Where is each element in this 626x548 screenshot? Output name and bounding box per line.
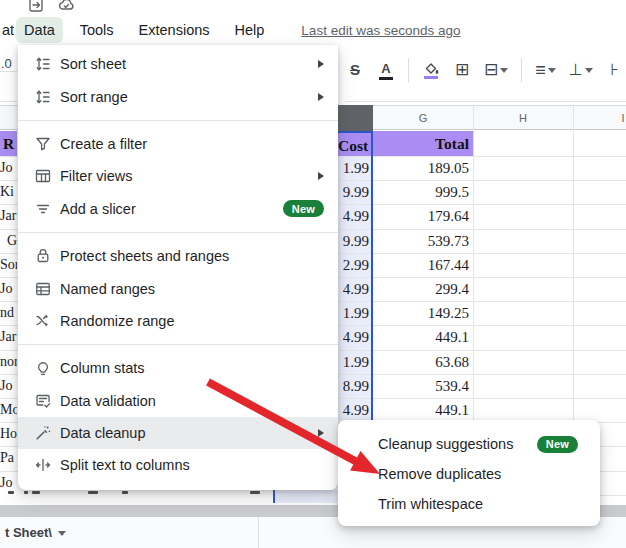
sort-icon: [34, 55, 52, 73]
cell-f[interactable]: 1.99: [338, 301, 371, 325]
cell-fragment: Jo: [0, 374, 17, 398]
fill-color-button[interactable]: [422, 62, 440, 79]
cell-g[interactable]: 149.25: [373, 301, 473, 325]
google-sheets-window: at Data Tools Extensions Help Last edit …: [0, 0, 626, 548]
cell-fragment: nor: [0, 350, 17, 374]
cell-g[interactable]: 449.1: [373, 398, 473, 422]
tab-bar-divider: [258, 517, 259, 548]
new-badge: New: [283, 200, 324, 217]
cell-f[interactable]: 1.99: [338, 350, 371, 374]
borders-button[interactable]: ⊞: [453, 61, 471, 79]
merge-cells-button[interactable]: ⊟: [484, 61, 508, 79]
menu-divider: [18, 120, 338, 121]
menu-item-data-cleanup[interactable]: Data cleanup: [18, 417, 338, 449]
cell-f[interactable]: 4.99: [338, 325, 371, 349]
menu-item-filter-views[interactable]: Filter views: [18, 160, 338, 192]
menubar-format-fragment[interactable]: at: [2, 22, 14, 38]
submenu-item-trim-whitespace[interactable]: Trim whitespace: [338, 489, 600, 519]
column-header-f-selected[interactable]: [338, 105, 373, 131]
new-badge: New: [537, 436, 578, 453]
menu-item-split-text[interactable]: Split text to columns: [18, 449, 338, 481]
submenu-item-cleanup-suggestions[interactable]: Cleanup suggestions New: [338, 429, 600, 459]
cell-g[interactable]: 179.64: [373, 204, 473, 228]
dropdown-caret-icon: [585, 68, 593, 73]
dropdown-caret-icon: [500, 68, 508, 73]
menu-item-randomize-range[interactable]: Randomize range: [18, 305, 338, 337]
paint-bucket-icon: [422, 62, 440, 75]
shuffle-icon: [34, 312, 52, 330]
menu-item-sort-range[interactable]: Sort range: [18, 80, 338, 112]
data-validation-icon: [34, 392, 52, 410]
menubar-help[interactable]: Help: [227, 17, 273, 43]
cell-fragment: nd: [0, 301, 17, 325]
cell-g[interactable]: 539.73: [373, 229, 473, 253]
toolbar-divider: [521, 58, 522, 82]
cell-f[interactable]: 4.99: [338, 398, 371, 422]
cell-fragment: Pa: [0, 446, 17, 470]
menu-item-data-validation[interactable]: Data validation: [18, 385, 338, 417]
cell-fragment: Jar: [0, 325, 17, 349]
move-to-folder-icon[interactable]: [28, 0, 44, 17]
cell-f[interactable]: 1.99: [338, 156, 371, 180]
sheet-tab-caret-icon[interactable]: [58, 531, 66, 536]
menu-item-add-slicer[interactable]: Add a slicer New: [18, 193, 338, 225]
toolbar-divider: [408, 58, 409, 82]
named-ranges-icon: [34, 280, 52, 298]
last-edit-link[interactable]: Last edit was seconds ago: [301, 23, 460, 38]
magic-wand-icon: [34, 424, 52, 442]
submenu-arrow-icon: [318, 429, 324, 437]
header-cell-fragment: R: [0, 131, 17, 156]
cell-f[interactable]: 2.99: [338, 253, 371, 277]
cell-fragment: Mo: [0, 398, 17, 422]
cell-g[interactable]: 999.5: [373, 180, 473, 204]
menu-divider: [18, 344, 338, 345]
menubar-tools[interactable]: Tools: [72, 17, 122, 43]
menu-item-create-filter[interactable]: Create a filter: [18, 128, 338, 160]
cell-f[interactable]: 8.99: [338, 374, 371, 398]
cell-fragment: Jar: [0, 204, 17, 228]
funnel-icon: [34, 135, 52, 153]
cell-g[interactable]: 299.4: [373, 277, 473, 301]
cell-f[interactable]: 4.99: [338, 277, 371, 301]
decimal-button-fragment[interactable]: .0: [1, 56, 12, 71]
text-color-button[interactable]: A: [377, 61, 395, 80]
vertical-align-button[interactable]: ⊥: [569, 61, 593, 79]
cell-f[interactable]: 9.99: [338, 180, 371, 204]
column-header-i[interactable]: I: [573, 105, 626, 130]
submenu-item-remove-duplicates[interactable]: Remove duplicates: [338, 459, 600, 489]
menu-divider: [18, 232, 338, 233]
submenu-arrow-icon: [318, 60, 324, 68]
submenu-arrow-icon: [318, 172, 324, 180]
cell-f[interactable]: 4.99: [338, 204, 371, 228]
menubar-data[interactable]: Data: [16, 17, 63, 43]
horizontal-align-button[interactable]: ≡: [535, 61, 556, 79]
header-cell-cost[interactable]: Cost: [338, 131, 372, 156]
dropdown-caret-icon: [548, 68, 556, 73]
menu-item-column-stats[interactable]: Column stats: [18, 352, 338, 384]
strikethrough-button[interactable]: S: [346, 61, 364, 79]
menu-bar: at Data Tools Extensions Help Last edit …: [2, 16, 460, 44]
cell-fragment: Hov: [0, 422, 17, 446]
slicer-icon: [34, 200, 52, 218]
submenu-arrow-icon: [318, 93, 324, 101]
column-header-g[interactable]: G: [373, 105, 473, 130]
cell-g[interactable]: 539.4: [373, 374, 473, 398]
text-wrap-button[interactable]: ⊦: [606, 61, 624, 79]
cloud-saved-icon[interactable]: [58, 0, 74, 17]
sheet-tab[interactable]: t Sheet\: [5, 517, 52, 548]
cell-fragment: Jo: [0, 277, 17, 301]
cell-g[interactable]: 63.68: [373, 350, 473, 374]
header-cell-total[interactable]: Total: [373, 131, 473, 156]
toolbar: S A ⊞ ⊟ ≡ ⊥ ⊦: [346, 52, 624, 88]
menu-item-protect[interactable]: Protect sheets and ranges: [18, 240, 338, 272]
sort-icon: [34, 88, 52, 106]
menu-item-sort-sheet[interactable]: Sort sheet: [18, 48, 338, 80]
menubar-extensions[interactable]: Extensions: [131, 17, 218, 43]
cell-g[interactable]: 449.1: [373, 325, 473, 349]
data-cleanup-submenu: Cleanup suggestions New Remove duplicate…: [338, 420, 600, 526]
menu-item-named-ranges[interactable]: Named ranges: [18, 272, 338, 304]
cell-g[interactable]: 167.44: [373, 253, 473, 277]
cell-g[interactable]: 189.05: [373, 156, 473, 180]
column-header-h[interactable]: H: [473, 105, 573, 130]
cell-f[interactable]: 9.99: [338, 229, 371, 253]
